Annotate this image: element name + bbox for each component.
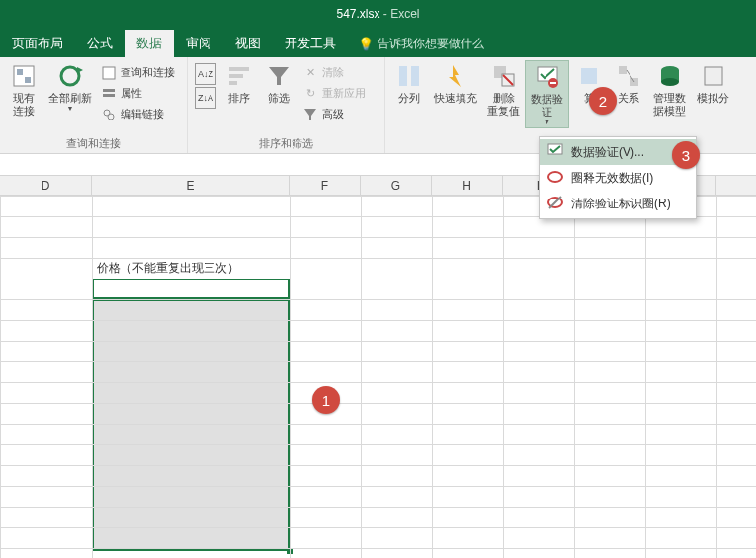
group-sort-filter: A↓Z Z↓A 排序 筛选 ✕清除 ↻重新应用 高级 排序和筛选 <box>188 57 385 153</box>
title-file: 547.xlsx <box>336 7 379 21</box>
consolidate-icon <box>575 62 603 90</box>
tell-me[interactable]: 💡 告诉我你想要做什么 <box>358 30 484 57</box>
cell-E-label[interactable]: 价格（不能重复出现三次） <box>94 258 292 279</box>
lightbulb-icon: 💡 <box>358 37 374 51</box>
advanced-icon <box>302 107 318 122</box>
text-to-columns-button[interactable]: 分列 <box>389 60 429 107</box>
existing-connections-label: 现有 连接 <box>13 92 35 118</box>
remove-dup-label: 删除 重复值 <box>487 92 520 118</box>
sort-icon <box>225 62 253 90</box>
group-queries: 现有 连接 全部刷新 ▼ 查询和连接 属性 编辑链接 查询和连接 <box>0 57 188 153</box>
svg-rect-5 <box>103 67 115 79</box>
selection-range[interactable] <box>92 299 290 551</box>
clear-filter-button: ✕清除 <box>302 62 366 83</box>
circle-invalid-icon <box>547 169 565 187</box>
svg-rect-1 <box>17 69 23 75</box>
relationships-icon <box>615 62 642 90</box>
filter-label: 筛选 <box>268 92 290 105</box>
what-if-icon <box>700 62 727 90</box>
group-sort-filter-label: 排序和筛选 <box>192 136 380 153</box>
reapply-button: ↻重新应用 <box>302 83 366 104</box>
what-if-label: 模拟分 <box>697 92 729 105</box>
col-header-H[interactable]: H <box>432 176 503 195</box>
data-validation-label: 数据验 证 <box>531 93 563 119</box>
svg-marker-17 <box>449 65 461 87</box>
active-cell[interactable] <box>92 279 290 299</box>
col-header-E[interactable]: E <box>92 176 290 195</box>
title-app: Excel <box>390 7 419 21</box>
refresh-icon <box>56 62 84 90</box>
reapply-icon: ↻ <box>302 86 318 102</box>
svg-point-9 <box>108 114 114 120</box>
menu-circle-invalid[interactable]: 圈释无效数据(I) <box>540 165 696 191</box>
remove-dup-icon <box>490 62 518 90</box>
col-header-G[interactable]: G <box>361 176 432 195</box>
svg-rect-2 <box>25 77 31 83</box>
properties-button[interactable]: 属性 <box>101 83 175 104</box>
svg-point-3 <box>61 67 79 85</box>
data-validation-icon <box>534 63 561 91</box>
remove-duplicates-button[interactable]: 删除 重复值 <box>482 60 525 120</box>
existing-connections-button[interactable]: 现有 连接 <box>4 60 43 120</box>
refresh-all-label: 全部刷新 <box>48 92 92 105</box>
svg-rect-24 <box>581 68 597 84</box>
clear-icon: ✕ <box>302 65 318 81</box>
col-header-D[interactable]: D <box>0 176 92 195</box>
svg-point-33 <box>548 172 562 182</box>
worksheet-grid[interactable]: D E F G H I J K 价格（不能重复出现三次） <box>0 176 756 558</box>
flash-fill-label: 快速填充 <box>434 92 477 105</box>
data-validation-button[interactable]: 数据验 证 ▼ <box>525 60 569 128</box>
annotation-2: 2 <box>589 87 617 115</box>
links-icon <box>101 107 117 122</box>
sort-button[interactable]: 排序 <box>219 60 259 107</box>
svg-marker-14 <box>304 109 316 120</box>
tab-page-layout[interactable]: 页面布局 <box>0 30 75 57</box>
svg-marker-4 <box>77 67 83 73</box>
menu-data-validation-label: 数据验证(V)... <box>571 144 644 161</box>
tab-view[interactable]: 视图 <box>223 30 273 57</box>
text-to-columns-icon <box>395 62 423 90</box>
svg-rect-15 <box>399 66 407 86</box>
sort-desc-button[interactable]: Z↓A <box>195 87 216 109</box>
menu-circle-invalid-label: 圈释无效数据(I) <box>571 170 653 187</box>
menu-clear-circles[interactable]: 清除验证标识圈(R) <box>540 191 696 216</box>
svg-marker-13 <box>269 67 289 85</box>
svg-rect-25 <box>619 66 627 74</box>
svg-rect-11 <box>229 74 243 78</box>
what-if-button[interactable]: 模拟分 <box>691 60 730 107</box>
sort-asc-button[interactable]: A↓Z <box>195 63 216 85</box>
properties-icon <box>101 86 117 102</box>
svg-rect-10 <box>229 67 249 71</box>
flash-fill-button[interactable]: 快速填充 <box>429 60 482 107</box>
tab-developer[interactable]: 开发工具 <box>273 30 348 57</box>
ribbon-tabs: 页面布局 公式 数据 审阅 视图 开发工具 💡 告诉我你想要做什么 <box>0 28 756 57</box>
manage-data-model-button[interactable]: 管理数 据模型 <box>648 60 691 120</box>
text-to-columns-label: 分列 <box>398 92 420 105</box>
menu-clear-circles-label: 清除验证标识圈(R) <box>571 196 671 212</box>
svg-rect-16 <box>411 66 419 86</box>
annotation-1: 1 <box>312 386 340 414</box>
svg-rect-7 <box>103 94 115 97</box>
clear-circles-icon <box>547 195 565 212</box>
queries-icon <box>101 65 117 81</box>
refresh-all-button[interactable]: 全部刷新 ▼ <box>43 60 97 114</box>
tab-review[interactable]: 审阅 <box>174 30 223 57</box>
svg-rect-31 <box>705 67 722 85</box>
data-validation-icon <box>547 143 565 161</box>
edit-links-button[interactable]: 编辑链接 <box>101 104 175 124</box>
chevron-down-icon: ▼ <box>67 105 74 112</box>
svg-rect-6 <box>103 89 115 92</box>
tab-data[interactable]: 数据 <box>125 30 174 57</box>
advanced-filter-button[interactable]: 高级 <box>302 104 366 124</box>
filter-icon <box>265 62 293 90</box>
svg-point-30 <box>661 78 679 86</box>
annotation-3: 3 <box>672 141 700 169</box>
data-model-label: 管理数 据模型 <box>653 92 686 118</box>
tell-me-label: 告诉我你想要做什么 <box>378 36 484 52</box>
sort-label: 排序 <box>228 92 250 105</box>
tab-formulas[interactable]: 公式 <box>75 30 125 57</box>
relationships-label: 关系 <box>618 92 639 105</box>
queries-connections-button[interactable]: 查询和连接 <box>101 62 175 83</box>
col-header-F[interactable]: F <box>290 176 361 195</box>
filter-button[interactable]: 筛选 <box>259 60 298 107</box>
